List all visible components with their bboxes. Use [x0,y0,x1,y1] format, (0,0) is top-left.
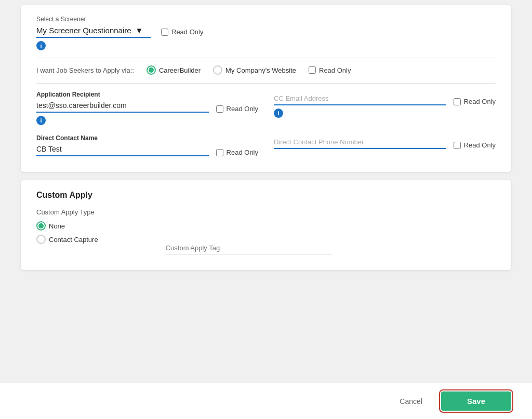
phone-read-only-checkbox[interactable]: Read Only [454,141,496,149]
careerbuilder-radio-circle [147,65,156,75]
recipient-cc-row: Application Recipient Read Only i [36,91,496,125]
recipient-info-row: i [36,116,258,125]
phone-read-only-input[interactable] [454,142,461,149]
direct-contact-phone-input-row: Read Only [274,137,496,149]
screener-card: Select a Screener My Screener Questionna… [21,5,511,172]
phone-read-only-label: Read Only [464,141,496,149]
cc-read-only-input[interactable] [454,98,461,105]
custom-apply-tag-input[interactable] [166,243,332,254]
contact-capture-label: Contact Capture [49,236,98,244]
cc-info-row: i [274,109,496,118]
apply-via-row: I want Job Seekers to Apply via:: Career… [36,65,496,75]
cc-read-only-checkbox[interactable]: Read Only [454,98,496,105]
screener-select[interactable]: My Screener Questionnaire ▼ [36,26,151,38]
cancel-button[interactable]: Cancel [391,393,431,410]
screener-info-icon: i [36,41,46,50]
custom-apply-card: Custom Apply Custom Apply Type None Cont… [21,180,511,270]
careerbuilder-label: CareerBuilder [159,66,201,74]
fields-section: Application Recipient Read Only i [36,91,496,156]
screener-read-only-input[interactable] [161,29,168,36]
application-recipient-input-row: Read Only [36,100,258,113]
recipient-read-only-label: Read Only [227,105,258,113]
screener-section-label: Select a Screener [36,16,496,23]
none-radio[interactable]: None [36,221,98,231]
direct-contact-phone-group: Read Only [274,134,496,156]
cc-email-group: Read Only i [274,91,496,125]
footer-bar: Cancel Save [0,383,532,419]
apply-via-label: I want Job Seekers to Apply via:: [36,66,134,74]
direct-contact-row: Direct Contact Name Read Only [36,134,496,156]
direct-contact-name-input[interactable] [36,144,209,156]
screener-row: My Screener Questionnaire ▼ Read Only [36,26,496,38]
chevron-down-icon: ▼ [136,26,143,35]
recipient-info-icon: i [36,116,46,125]
company-website-radio[interactable]: My Company's Website [213,65,296,75]
contact-name-read-only-input[interactable] [216,149,223,156]
apply-via-divider [36,83,496,84]
none-radio-circle [36,221,46,231]
custom-apply-title: Custom Apply [36,191,496,200]
apply-via-read-only-label: Read Only [319,66,351,74]
cc-email-input-row: Read Only [274,93,496,105]
direct-contact-name-input-row: Read Only [36,144,258,156]
none-label: None [49,222,65,230]
apply-via-read-only-checkbox[interactable]: Read Only [309,66,351,74]
direct-contact-name-group: Direct Contact Name Read Only [36,134,258,156]
screener-read-only-checkbox[interactable]: Read Only [161,28,203,36]
custom-apply-tag-group [166,243,332,254]
custom-apply-type-label: Custom Apply Type [36,208,496,216]
cc-email-input[interactable] [274,93,446,105]
careerbuilder-radio[interactable]: CareerBuilder [147,65,201,75]
contact-capture-radio-circle [36,235,46,244]
direct-contact-name-label: Direct Contact Name [36,134,258,142]
direct-contact-phone-input[interactable] [274,137,446,149]
screener-divider [36,58,496,58]
custom-apply-bottom: None Contact Capture [36,221,496,254]
application-recipient-label: Application Recipient [36,91,258,98]
screener-info-row: i [36,41,496,50]
application-recipient-group: Application Recipient Read Only i [36,91,258,125]
contact-capture-radio[interactable]: Contact Capture [36,235,98,244]
save-button[interactable]: Save [441,391,511,411]
recipient-read-only-input[interactable] [216,105,223,113]
contact-name-read-only-label: Read Only [227,148,258,156]
company-website-label: My Company's Website [225,66,296,74]
apply-via-read-only-input[interactable] [309,66,316,74]
contact-name-read-only-checkbox[interactable]: Read Only [216,148,258,156]
screener-selected-value: My Screener Questionnaire [36,26,131,35]
screener-read-only-label: Read Only [171,28,203,36]
application-recipient-input[interactable] [36,100,209,113]
company-website-radio-circle [213,65,222,75]
custom-apply-options: None Contact Capture [36,221,98,244]
cc-info-icon: i [274,109,283,118]
recipient-read-only-checkbox[interactable]: Read Only [216,105,258,113]
cc-read-only-label: Read Only [464,98,496,105]
